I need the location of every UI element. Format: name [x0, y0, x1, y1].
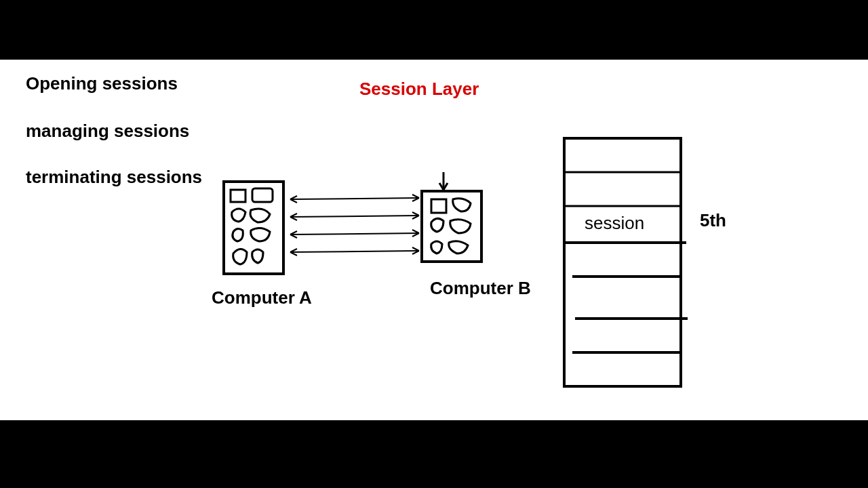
svg-rect-5 [431, 199, 446, 213]
svg-line-8 [290, 233, 419, 235]
svg-line-9 [290, 251, 419, 252]
svg-rect-0 [231, 190, 245, 202]
diagram-canvas: Session Layer Opening sessions managing … [0, 60, 868, 420]
svg-line-6 [290, 198, 419, 199]
svg-rect-1 [252, 188, 273, 202]
diagram-svg [0, 60, 868, 420]
session-arrows [290, 195, 419, 256]
osi-stack [564, 138, 688, 386]
svg-rect-10 [564, 138, 681, 386]
svg-line-7 [290, 216, 419, 217]
